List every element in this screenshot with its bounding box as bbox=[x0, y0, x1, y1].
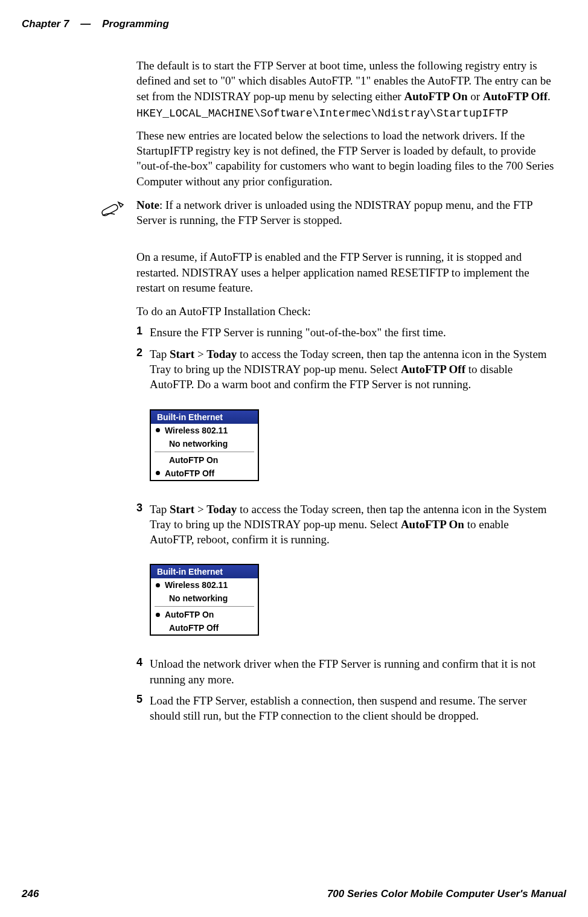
menu1-autoftp-on[interactable]: AutoFTP On bbox=[151, 453, 258, 467]
list-item-4: 4 Unload the network driver when the FTP… bbox=[136, 656, 554, 687]
ndistray-menu-1: Built-in Ethernet Wireless 802.11 No net… bbox=[150, 409, 259, 481]
svg-marker-1 bbox=[118, 202, 123, 207]
gt: > bbox=[194, 348, 206, 360]
list-number: 5 bbox=[136, 693, 150, 724]
list-number: 1 bbox=[136, 325, 150, 340]
list-number: 4 bbox=[136, 656, 150, 687]
list-text-5: Load the FTP Server, establish a connect… bbox=[150, 693, 554, 724]
page-header: Chapter 7 — Programming bbox=[0, 0, 588, 36]
menu1-aon-label: AutoFTP On bbox=[169, 455, 218, 465]
bullet-icon bbox=[156, 583, 160, 587]
list-text-3: Tap Start > Today to access the Today sc… bbox=[150, 502, 554, 548]
paragraph-4: To do an AutoFTP Installation Check: bbox=[136, 304, 554, 319]
menu1-title[interactable]: Built-in Ethernet bbox=[151, 411, 258, 424]
today-label: Today bbox=[206, 503, 237, 516]
menu1-autoftp-off[interactable]: AutoFTP Off bbox=[151, 467, 258, 480]
menu1-nonet[interactable]: No networking bbox=[151, 437, 258, 450]
start-label: Start bbox=[170, 348, 194, 360]
note-content: Note: If a network driver is unloaded us… bbox=[132, 197, 554, 228]
paragraph-3: On a resume, if AutoFTP is enabled and t… bbox=[136, 249, 554, 295]
bullet-icon bbox=[156, 613, 160, 617]
page-footer: 246 700 Series Color Mobile Computer Use… bbox=[22, 888, 566, 900]
header-separator bbox=[72, 18, 77, 30]
registry-key: HKEY_LOCAL_MACHINE\Software\Intermec\Ndi… bbox=[136, 107, 554, 120]
menu2-aoff-label: AutoFTP Off bbox=[169, 623, 219, 633]
list-text-1: Ensure the FTP Server is running "out-of… bbox=[150, 325, 554, 340]
autoftp-on-label: AutoFTP On bbox=[404, 90, 467, 103]
start-label: Start bbox=[170, 503, 194, 516]
note-label: Note bbox=[136, 199, 159, 211]
paragraph-2: These new entries are located below the … bbox=[136, 128, 554, 189]
t2-pre: Tap bbox=[150, 348, 170, 360]
bullet-icon bbox=[156, 471, 160, 475]
list-number: 3 bbox=[136, 502, 150, 548]
menu2-wireless[interactable]: Wireless 802.11 bbox=[151, 578, 258, 592]
header-separator2 bbox=[94, 18, 99, 30]
list-item-2: 2 Tap Start > Today to access the Today … bbox=[136, 347, 554, 392]
header-dash: — bbox=[80, 18, 91, 30]
chapter-title: Programming bbox=[102, 18, 169, 30]
gt: > bbox=[194, 503, 206, 516]
note-text: : If a network driver is unloaded using … bbox=[136, 199, 532, 226]
menu2-nonet[interactable]: No networking bbox=[151, 592, 258, 605]
ndistray-menu-2: Built-in Ethernet Wireless 802.11 No net… bbox=[150, 564, 259, 636]
menu1-aoff-label: AutoFTP Off bbox=[165, 468, 214, 478]
header-left: Chapter 7 — Programming bbox=[22, 18, 566, 30]
menu2-autoftp-on[interactable]: AutoFTP On bbox=[151, 608, 258, 621]
page-number: 246 bbox=[22, 888, 327, 900]
menu2-autoftp-off[interactable]: AutoFTP Off bbox=[151, 621, 258, 634]
list-number: 2 bbox=[136, 347, 150, 392]
list-text-2: Tap Start > Today to access the Today sc… bbox=[150, 347, 554, 392]
autoftp-on-bold: AutoFTP On bbox=[401, 518, 464, 531]
menu-separator bbox=[155, 452, 254, 452]
menu1-wireless[interactable]: Wireless 802.11 bbox=[151, 424, 258, 437]
chapter-number: Chapter 7 bbox=[22, 18, 69, 30]
list-item-3: 3 Tap Start > Today to access the Today … bbox=[136, 502, 554, 548]
menu2-nonet-label: No networking bbox=[169, 593, 228, 603]
menu-separator bbox=[155, 606, 254, 607]
footer-title: 700 Series Color Mobile Computer User's … bbox=[327, 888, 566, 900]
menu1-wireless-label: Wireless 802.11 bbox=[165, 426, 228, 435]
menu1-nonet-label: No networking bbox=[169, 439, 228, 449]
autoftp-off-bold: AutoFTP Off bbox=[401, 363, 465, 375]
list-item-5: 5 Load the FTP Server, establish a conne… bbox=[136, 693, 554, 724]
note-block: Note: If a network driver is unloaded us… bbox=[100, 197, 554, 228]
list-text-4: Unload the network driver when the FTP S… bbox=[150, 656, 554, 687]
menu2-title[interactable]: Built-in Ethernet bbox=[151, 565, 258, 578]
t3-pre: Tap bbox=[150, 503, 170, 516]
menu2-wireless-label: Wireless 802.11 bbox=[165, 580, 228, 590]
menu2-aon-label: AutoFTP On bbox=[165, 610, 214, 619]
paragraph-1: The default is to start the FTP Server a… bbox=[136, 58, 554, 104]
list-item-1: 1 Ensure the FTP Server is running "out-… bbox=[136, 325, 554, 340]
period: . bbox=[548, 90, 551, 103]
autoftp-off-label: AutoFTP Off bbox=[483, 90, 548, 103]
today-label: Today bbox=[206, 348, 237, 360]
or-word: or bbox=[468, 90, 483, 103]
note-icon bbox=[100, 197, 132, 228]
bullet-icon bbox=[156, 428, 160, 432]
